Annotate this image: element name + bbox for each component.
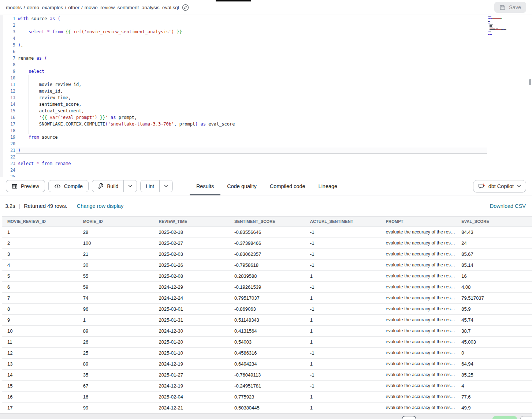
edit-circle-icon[interactable] xyxy=(182,4,189,11)
code-line[interactable]: 7rename as ( xyxy=(0,55,532,61)
prompt-truncated-text: evaluate the accuracy of the res… xyxy=(386,262,455,268)
cell-actual_sentiment: -1 xyxy=(305,380,381,391)
cell-sentiment_score: 0.50380445 xyxy=(229,402,305,413)
code-line[interactable]: 20 xyxy=(0,141,532,147)
tab-compiled-code[interactable]: Compiled code xyxy=(263,177,312,195)
cell-prompt: evaluate the accuracy of the res… xyxy=(381,336,457,347)
cell-movie_id: 28 xyxy=(78,227,154,237)
change-row-display-link[interactable]: Change row display xyxy=(77,203,123,209)
cell-movie_id: 35 xyxy=(78,369,154,380)
code-line[interactable]: 5), xyxy=(0,42,532,48)
breadcrumb-item[interactable]: models xyxy=(6,5,22,10)
cell-movie_review_id: 10 xyxy=(2,325,78,336)
prompt-truncated-text: evaluate the accuracy of the res… xyxy=(386,306,455,311)
bottom-white-button-fragment[interactable] xyxy=(520,416,532,419)
code-line[interactable]: 3 select * from {{ ref('movie_review_sen… xyxy=(0,29,532,35)
code-line[interactable]: 21) xyxy=(0,147,532,154)
cell-movie_id: 1 xyxy=(78,314,154,325)
prompt-truncated-text: evaluate the accuracy of the res… xyxy=(386,273,455,278)
breadcrumb-item[interactable]: demo_examples xyxy=(27,5,63,10)
breadcrumb-item[interactable]: movie_review_sentiment_analysis_eval.sql xyxy=(85,5,179,10)
cell-movie_review_id: 2 xyxy=(2,237,78,248)
line-number: 25 xyxy=(3,173,15,177)
code-line[interactable]: 25 xyxy=(0,173,532,177)
prompt-truncated-text: evaluate the accuracy of the res… xyxy=(386,295,455,300)
cell-prompt: evaluate the accuracy of the res… xyxy=(381,325,457,336)
cell-eval_score: 38.7 xyxy=(456,325,532,336)
tab-lineage[interactable]: Lineage xyxy=(312,177,344,195)
table-row: 912025-01-310.511483431evaluate the accu… xyxy=(2,314,532,325)
cell-movie_id: 26 xyxy=(78,336,154,347)
cell-eval_score: 4.08 xyxy=(456,281,532,292)
code-editor[interactable]: 1with source as (23 select * from {{ ref… xyxy=(0,15,532,177)
code-line[interactable]: 19 from source xyxy=(0,134,532,141)
code-text: review_time, xyxy=(15,94,71,101)
code-line[interactable]: 4 xyxy=(0,35,532,42)
cell-sentiment_score: 0.79517037 xyxy=(229,292,305,303)
code-text: actual_sentiment, xyxy=(15,108,84,114)
code-line[interactable]: 1with source as ( xyxy=(0,15,532,22)
cell-eval_score: 64.94 xyxy=(456,358,532,369)
results-panel: MOVIE_REVIEW_IDMOVIE_IDREVIEW_TIMESENTIM… xyxy=(2,216,532,413)
bottom-green-button-fragment[interactable] xyxy=(492,416,517,419)
cell-prompt: evaluate the accuracy of the res… xyxy=(381,391,457,402)
code-line[interactable]: 2 xyxy=(0,22,532,29)
code-line[interactable]: 9 select xyxy=(0,68,532,75)
lint-dropdown-chevron[interactable] xyxy=(159,180,172,192)
cell-sentiment_score: -0.83062357 xyxy=(229,248,305,259)
code-line[interactable]: 24 xyxy=(0,167,532,173)
cell-sentiment_score: 0.51148343 xyxy=(229,314,305,325)
dbt-copilot-button[interactable]: dbt Copilot xyxy=(473,180,526,192)
code-line[interactable]: 13 review_time, xyxy=(0,94,532,101)
cell-prompt: evaluate the accuracy of the res… xyxy=(381,248,457,259)
column-header-movie_review_id: MOVIE_REVIEW_ID xyxy=(2,217,78,227)
breadcrumb-item[interactable]: other xyxy=(68,5,79,10)
code-line[interactable]: 10 xyxy=(0,75,532,81)
code-text xyxy=(15,48,18,55)
tab-code-quality[interactable]: Code quality xyxy=(220,177,263,195)
code-line[interactable]: 8 xyxy=(0,61,532,68)
download-csv-link[interactable]: Download CSV xyxy=(490,203,527,209)
cell-eval_score: 85.9 xyxy=(456,303,532,314)
code-line[interactable]: 12 movie_id, xyxy=(0,88,532,94)
tab-results[interactable]: Results xyxy=(190,177,220,195)
preview-button[interactable]: Preview xyxy=(6,180,45,192)
build-dropdown-chevron[interactable] xyxy=(123,180,137,192)
editor-scrollbar-thumb[interactable] xyxy=(529,79,531,85)
cell-sentiment_score: 0.4586316 xyxy=(229,347,305,358)
compile-button[interactable]: Compile xyxy=(48,180,89,192)
cell-actual_sentiment: -1 xyxy=(305,237,381,248)
cell-review_time: 2024-12-24 xyxy=(153,292,229,303)
code-text: rename as ( xyxy=(15,55,47,61)
cell-review_time: 2025-02-04 xyxy=(153,391,229,402)
build-button[interactable]: Build xyxy=(92,180,123,192)
code-line[interactable]: 6 xyxy=(0,48,532,55)
code-line[interactable]: 11 movie_review_id, xyxy=(0,81,532,88)
save-icon xyxy=(499,4,506,11)
cell-movie_review_id: 7 xyxy=(2,292,78,303)
code-line[interactable]: 23select * from rename xyxy=(0,160,532,167)
compile-label: Compile xyxy=(64,183,83,189)
line-number: 18 xyxy=(3,127,15,134)
code-line[interactable]: 18 xyxy=(0,127,532,134)
breadcrumb: models/demo_examples/other/movie_review_… xyxy=(6,4,189,11)
bottom-button-fragment[interactable] xyxy=(402,416,416,419)
code-line[interactable]: 14 sentiment_score, xyxy=(0,101,532,108)
cell-movie_id: 89 xyxy=(78,358,154,369)
line-number: 8 xyxy=(3,61,15,68)
code-line[interactable]: 22 xyxy=(0,154,532,160)
action-toolbar: Preview Compile Build Lint xyxy=(0,177,532,195)
save-button[interactable]: Save xyxy=(494,2,526,13)
cell-actual_sentiment: 1 xyxy=(305,325,381,336)
code-line[interactable]: 15 actual_sentiment, xyxy=(0,108,532,114)
cell-movie_id: 74 xyxy=(78,292,154,303)
cell-actual_sentiment: -1 xyxy=(305,248,381,259)
build-wrench-icon xyxy=(97,183,104,189)
code-line[interactable]: 16 '{{ var("eval_prompt") }}' as prompt, xyxy=(0,114,532,121)
cell-actual_sentiment: 1 xyxy=(305,270,381,281)
prompt-truncated-text: evaluate the accuracy of the res… xyxy=(386,394,455,399)
table-row: 12252025-01-100.4586316-1evaluate the ac… xyxy=(2,347,532,358)
code-line[interactable]: 17 SNOWFLAKE.CORTEX.COMPLETE('snowflake-… xyxy=(0,121,532,127)
cell-sentiment_score: 0.775923 xyxy=(229,391,305,402)
lint-button[interactable]: Lint xyxy=(141,180,159,192)
